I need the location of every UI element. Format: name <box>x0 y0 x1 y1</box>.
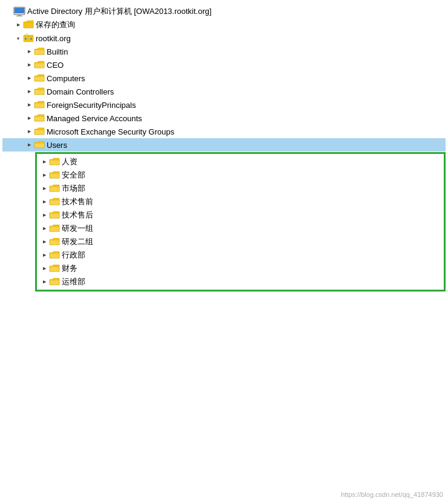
expander-rootkit[interactable] <box>13 33 23 43</box>
svg-rect-4 <box>24 22 33 28</box>
expander-fsp[interactable] <box>24 100 34 110</box>
ceo-label: CEO <box>47 61 64 70</box>
tree-item-fsp[interactable]: ForeignSecurityPrincipals <box>2 98 446 112</box>
tree-item-aftersales[interactable]: 技术售后 <box>37 208 444 222</box>
tree-item-rd2[interactable]: 研发二组 <box>37 235 444 248</box>
folder-icon-msa <box>34 113 45 123</box>
market-label: 市场部 <box>62 183 85 194</box>
svg-rect-18 <box>50 187 59 192</box>
tree-item-rd1[interactable]: 研发一组 <box>37 222 444 235</box>
folder-icon-rd2 <box>49 237 60 247</box>
green-box: 人资 安全部 市场部 技术售前 <box>35 152 446 291</box>
expander-users[interactable] <box>24 140 34 150</box>
aftersales-label: 技术售后 <box>62 210 93 221</box>
tree-item-users[interactable]: Users <box>2 138 446 152</box>
saved-label: 保存的查询 <box>36 19 75 30</box>
expander-security[interactable] <box>39 170 49 180</box>
admin-label: 行政部 <box>62 250 85 261</box>
hr-label: 人资 <box>62 156 77 167</box>
expander-rd1[interactable] <box>39 224 49 233</box>
tree-item-saved[interactable]: 保存的查询 <box>2 18 446 32</box>
folder-icon-hr <box>49 157 60 167</box>
watermark: https://blog.csdn.net/qq_41874930 <box>341 491 443 498</box>
expander-mesg[interactable] <box>24 127 34 136</box>
svg-rect-1 <box>15 8 24 13</box>
tree-item-admin[interactable]: 行政部 <box>37 248 444 262</box>
svg-rect-22 <box>50 240 59 245</box>
tree-item-computers[interactable]: Computers <box>2 72 446 85</box>
tree-item-market[interactable]: 市场部 <box>37 182 444 195</box>
svg-rect-24 <box>50 267 59 271</box>
svg-rect-15 <box>35 143 44 148</box>
folder-icon-security <box>49 170 60 180</box>
rd2-label: 研发二组 <box>62 236 93 247</box>
expander-ceo[interactable] <box>24 60 34 70</box>
folder-icon-ceo <box>34 60 45 70</box>
rd1-label: 研发一组 <box>62 223 93 234</box>
tree-container[interactable]: Active Directory 用户和计算机 [OWA2013.rootkit… <box>0 0 448 503</box>
root-label: Active Directory 用户和计算机 [OWA2013.rootkit… <box>27 6 211 17</box>
builtin-label: Builtin <box>47 47 68 56</box>
expander-ops[interactable] <box>39 277 49 287</box>
tree-item-builtin[interactable]: Builtin <box>2 45 446 58</box>
mesg-label: Microsoft Exchange Security Groups <box>47 127 174 136</box>
tree-item-root[interactable]: Active Directory 用户和计算机 [OWA2013.rootkit… <box>2 5 446 18</box>
presales-label: 技术售前 <box>62 196 93 207</box>
tree-item-finance[interactable]: 财务 <box>37 262 444 275</box>
folder-icon-finance <box>49 264 60 273</box>
expander-hr[interactable] <box>39 157 49 167</box>
tree-item-presales[interactable]: 技术售前 <box>37 195 444 208</box>
folder-icon-aftersales <box>49 210 60 220</box>
users-label: Users <box>47 141 67 150</box>
folder-icon-users <box>34 140 45 150</box>
svg-rect-21 <box>50 227 59 232</box>
computers-label: Computers <box>47 74 85 83</box>
tree-item-security[interactable]: 安全部 <box>37 168 444 182</box>
folder-icon-builtin <box>34 47 45 56</box>
svg-rect-16 <box>50 160 59 165</box>
tree-item-hr[interactable]: 人资 <box>37 155 444 168</box>
folder-icon-presales <box>49 197 60 207</box>
expander-computers[interactable] <box>24 73 34 83</box>
expander-dc[interactable] <box>24 87 34 96</box>
svg-rect-19 <box>50 200 59 205</box>
svg-point-6 <box>25 38 27 40</box>
svg-rect-8 <box>35 50 44 55</box>
folder-icon-admin <box>49 250 60 260</box>
svg-rect-25 <box>50 280 59 285</box>
tree-item-ops[interactable]: 运维部 <box>37 275 444 288</box>
expander-aftersales[interactable] <box>39 210 49 220</box>
expander-saved[interactable] <box>13 20 23 30</box>
svg-rect-14 <box>35 130 44 135</box>
folder-icon-fsp <box>34 100 45 110</box>
expander-msa[interactable] <box>24 113 34 123</box>
tree-item-rootkit[interactable]: rootkit.org <box>2 32 446 45</box>
expander-builtin[interactable] <box>24 47 34 56</box>
expander-rd2[interactable] <box>39 237 49 247</box>
svg-rect-11 <box>35 90 44 95</box>
rootkit-label: rootkit.org <box>36 34 71 43</box>
tree-item-msa[interactable]: Managed Service Accounts <box>2 112 446 125</box>
security-label: 安全部 <box>62 170 85 181</box>
tree-item-mesg[interactable]: Microsoft Exchange Security Groups <box>2 125 446 138</box>
expander-admin[interactable] <box>39 250 49 260</box>
finance-label: 财务 <box>62 263 77 274</box>
ops-label: 运维部 <box>62 276 85 287</box>
tree-item-dc[interactable]: Domain Controllers <box>2 85 446 98</box>
svg-rect-10 <box>35 76 44 81</box>
expander-presales[interactable] <box>39 197 49 207</box>
svg-rect-23 <box>50 253 59 258</box>
dc-label: Domain Controllers <box>47 87 114 96</box>
svg-rect-2 <box>18 15 21 16</box>
svg-rect-12 <box>35 103 44 108</box>
folder-icon-mesg <box>34 127 45 136</box>
expander-finance[interactable] <box>39 264 49 273</box>
svg-point-7 <box>30 38 32 40</box>
tree-item-ceo[interactable]: CEO <box>2 58 446 72</box>
domain-icon <box>23 33 34 43</box>
svg-rect-3 <box>16 16 22 16</box>
msa-label: Managed Service Accounts <box>47 114 142 123</box>
folder-icon-market <box>49 184 60 193</box>
expander-market[interactable] <box>39 184 49 193</box>
folder-icon-rd1 <box>49 224 60 233</box>
